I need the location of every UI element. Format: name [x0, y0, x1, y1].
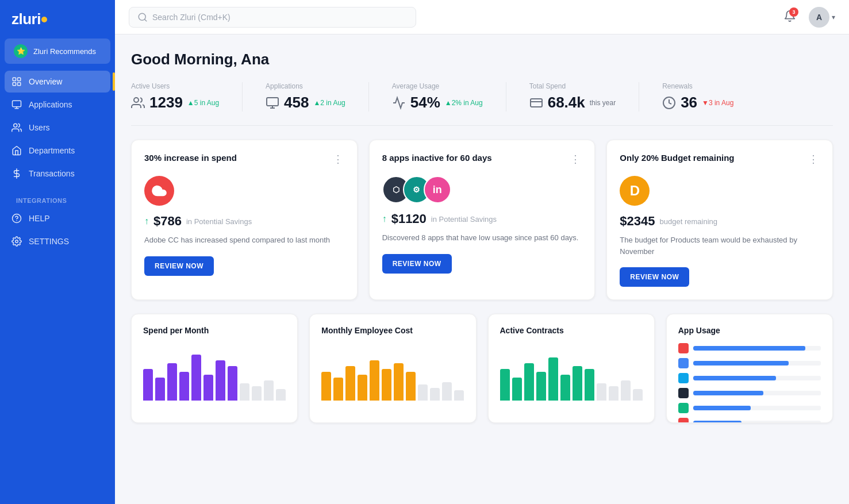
stat-applications: Applications 458 ▲2 in Aug — [266, 82, 369, 111]
bar — [597, 383, 606, 401]
logo-text: zluri — [11, 10, 41, 28]
users-icon — [11, 122, 22, 133]
bar — [228, 366, 237, 401]
search-placeholder: Search Zluri (Cmd+K) — [152, 13, 231, 22]
employee-chart-title: Monthly Employee Cost — [321, 326, 464, 335]
chart-app-usage: App Usage — [666, 314, 833, 423]
sidebar: zluri ⭐ Zluri Recommends Overview Applic… — [0, 0, 115, 504]
bar — [454, 390, 464, 401]
bar — [500, 369, 510, 401]
recommendation-cards: 30% increase in spend ⋮ ↑ $786 in Potent… — [131, 140, 833, 300]
chevron-down-icon: ▾ — [832, 13, 835, 21]
applications-stat-icon — [266, 96, 279, 110]
help-text: HELP — [29, 214, 50, 223]
sidebar-item-help[interactable]: HELP — [5, 207, 110, 229]
stat-active-users: Active Users 1239 ▲5 in Aug — [131, 82, 243, 111]
total-spend-icon — [529, 96, 543, 110]
bar — [560, 375, 570, 401]
svg-rect-3 — [18, 83, 21, 86]
app-icon — [678, 403, 689, 413]
rec-card-3-menu[interactable]: ⋮ — [808, 153, 820, 166]
rec-card-budget: Only 20% Budget remaining ⋮ D $2345 budg… — [606, 140, 833, 300]
app-icon — [678, 358, 689, 368]
transactions-label: Transactions — [29, 169, 75, 178]
sidebar-item-recommend[interactable]: ⭐ Zluri Recommends — [5, 39, 110, 64]
departments-label: Departments — [29, 146, 75, 155]
rec-card-3-title: Only 20% Budget remaining — [620, 153, 734, 163]
rec-card-2-description: Discovered 8 apps that have low usage si… — [382, 232, 582, 244]
bar — [216, 360, 225, 401]
main-content: Search Zluri (Cmd+K) 3 A ▾ Good Morning,… — [115, 0, 849, 504]
sidebar-item-departments[interactable]: Departments — [5, 140, 110, 161]
stats-bar: Active Users 1239 ▲5 in Aug Applications… — [131, 82, 833, 126]
renewals-icon — [662, 96, 676, 110]
notification-button[interactable]: 3 — [780, 6, 800, 28]
stat-total-spend: Total Spend 68.4k this year — [529, 82, 639, 111]
rec-card-3-review-btn[interactable]: REVIEW NOW — [620, 267, 689, 287]
stat-average-usage: Average Usage 54% ▲2% in Aug — [392, 82, 506, 111]
cloud-icon — [151, 183, 167, 199]
app-bar-container — [693, 346, 821, 351]
bar — [333, 378, 343, 401]
products-team-icon: D — [620, 176, 650, 206]
sidebar-item-transactions[interactable]: Transactions — [5, 163, 110, 184]
search-bar[interactable]: Search Zluri (Cmd+K) — [129, 7, 416, 28]
renewals-value: 36 — [681, 94, 697, 111]
app-bar-container — [693, 421, 821, 423]
search-icon — [137, 12, 148, 22]
sidebar-item-settings[interactable]: SETTINGS — [5, 230, 110, 252]
rec-card-inactive-apps: 8 apps inactive for 60 days ⋮ ⬡ ⚙ in ↑ $… — [369, 140, 596, 300]
rec-card-1-description: Adobe CC has increased spend compared to… — [144, 234, 344, 246]
rec-card-3-savings: $2345 budget remaining — [620, 214, 820, 229]
app-icon — [678, 373, 689, 383]
bar — [252, 386, 262, 401]
app-icon — [678, 343, 689, 353]
bar — [358, 375, 367, 401]
app-bar — [693, 391, 763, 395]
rec-card-3-savings-label: budget remaining — [660, 217, 717, 226]
help-icon — [11, 213, 22, 224]
app-bar-container — [693, 391, 821, 395]
settings-icon — [11, 236, 22, 247]
bar — [345, 366, 355, 401]
sidebar-item-overview[interactable]: Overview — [5, 71, 110, 93]
sidebar-item-users[interactable]: Users — [5, 117, 110, 138]
header-right: 3 A ▾ — [780, 6, 835, 28]
bar — [191, 355, 201, 401]
applications-icon — [11, 99, 22, 110]
rec-card-2-savings: ↑ $1120 in Potential Savings — [382, 211, 582, 226]
app-icon-3: in — [424, 176, 451, 203]
bar — [382, 369, 391, 401]
rec-card-2-menu[interactable]: ⋮ — [570, 153, 582, 166]
overview-label: Overview — [29, 77, 62, 86]
svg-point-9 — [16, 240, 18, 243]
rec-card-3-description: The budget for Products team would be ex… — [620, 234, 820, 257]
stat-renewals: Renewals 36 ▼3 in Aug — [662, 82, 756, 111]
app-bar — [693, 346, 806, 351]
rec-card-2-review-btn[interactable]: REVIEW NOW — [382, 254, 452, 274]
recommend-label: Zluri Recommends — [33, 47, 96, 56]
app-bar — [693, 421, 742, 423]
app-bar — [693, 361, 789, 366]
rec-card-3-amount: $2345 — [620, 214, 655, 229]
renewals-label: Renewals — [662, 82, 733, 90]
app-usage-list — [678, 343, 821, 423]
sidebar-item-applications[interactable]: Applications — [5, 94, 110, 116]
user-avatar: A — [809, 7, 829, 28]
rec-card-1-review-btn[interactable]: REVIEW NOW — [144, 256, 214, 276]
users-label: Users — [29, 123, 50, 132]
app-usage-title: App Usage — [678, 326, 821, 335]
bar — [276, 389, 286, 401]
spend-chart-title: Spend per Month — [143, 326, 286, 335]
savings-up-arrow: ↑ — [144, 216, 149, 226]
rec-card-2-title: 8 apps inactive for 60 days — [382, 153, 492, 163]
bar — [406, 372, 416, 401]
rec-card-1-menu[interactable]: ⋮ — [333, 153, 344, 166]
avg-usage-change: ▲2% in Aug — [445, 99, 483, 107]
bar — [264, 380, 274, 401]
user-avatar-wrapper[interactable]: A ▾ — [809, 7, 835, 28]
integrations-label: INTEGRATIONS — [5, 190, 110, 206]
chart-monthly-employee-cost: Monthly Employee Cost — [309, 314, 476, 423]
bar — [370, 360, 379, 401]
bar — [418, 384, 428, 401]
